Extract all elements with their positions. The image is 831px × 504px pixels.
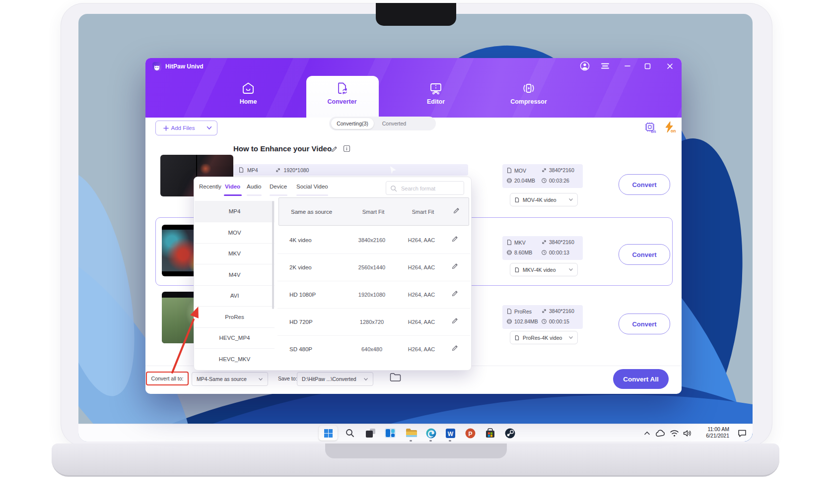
- format-item-m4v[interactable]: M4V: [195, 264, 275, 286]
- file-info-button[interactable]: [343, 145, 351, 153]
- output-preset-dropdown[interactable]: ProRes-4K video: [510, 331, 578, 344]
- hitpaw-logo-mark: [152, 62, 161, 71]
- format-item-hevc-mkv[interactable]: HEVC_MKV: [195, 349, 275, 370]
- output-preset-dropdown[interactable]: MOV-4K video: [510, 193, 578, 206]
- format-tab-video[interactable]: Video: [225, 184, 240, 189]
- tab-converted-label: Converted: [382, 121, 406, 126]
- save-to-dropdown[interactable]: D:\HitPaw ...\Converted: [297, 372, 373, 386]
- steam-button[interactable]: [504, 427, 516, 439]
- output-media-info: MOV 3840*2160 20.04MB 00:03:26: [502, 164, 583, 188]
- ms-store-button[interactable]: [484, 427, 496, 439]
- word-button[interactable]: W: [444, 427, 456, 439]
- close-icon: [667, 63, 673, 69]
- format-item-label: MOV: [228, 230, 241, 236]
- format-tab-recently[interactable]: Recently: [199, 184, 221, 189]
- powerpoint-button[interactable]: P: [464, 427, 476, 439]
- format-tab-label: Recently: [199, 184, 221, 189]
- close-button[interactable]: [664, 61, 675, 71]
- cloud-icon: [655, 430, 666, 437]
- tab-converter[interactable]: Converter: [312, 82, 372, 115]
- boost-toggle[interactable]: on: [664, 121, 678, 135]
- convert-all-to-label: Convert all to:: [151, 376, 184, 381]
- notification-center-button[interactable]: [736, 427, 748, 439]
- hitpaw-univd-window: HitPaw Univd: [145, 58, 682, 393]
- format-tab-social-video[interactable]: Social Video: [296, 184, 328, 189]
- resolution-icon: [275, 167, 281, 173]
- wifi-tray-button[interactable]: [668, 427, 680, 439]
- pencil-icon: [451, 262, 459, 270]
- option-resolution: 3840x2160: [342, 237, 402, 243]
- add-files-dropdown-button[interactable]: [201, 121, 217, 135]
- format-item-prores[interactable]: ProRes: [195, 307, 275, 328]
- edge-button[interactable]: [425, 427, 437, 439]
- convert-all-to-dropdown[interactable]: MP4-Same as source: [192, 372, 268, 386]
- file-explorer-button[interactable]: [405, 427, 417, 439]
- tray-chevron-up-button[interactable]: [642, 427, 651, 439]
- chevron-up-icon: [644, 431, 650, 436]
- option-same-as-source[interactable]: Same as source Smart Fit Smart Fit: [278, 197, 469, 226]
- convert-button[interactable]: Convert: [619, 174, 670, 195]
- tab-editor[interactable]: Editor: [406, 82, 466, 115]
- tab-converted[interactable]: Converted: [372, 117, 416, 130]
- tab-underline: [270, 194, 287, 196]
- output-duration: 00:00:13: [549, 250, 569, 255]
- start-button[interactable]: [319, 426, 338, 441]
- rename-button[interactable]: [331, 145, 339, 153]
- edit-preset-button[interactable]: [453, 207, 463, 217]
- task-view-button[interactable]: [364, 427, 376, 439]
- format-tab-audio[interactable]: Audio: [247, 184, 261, 189]
- open-folder-button[interactable]: [390, 373, 402, 384]
- format-item-avi[interactable]: AVI: [195, 285, 275, 307]
- tab-underline: [247, 194, 262, 196]
- edit-preset-button[interactable]: [451, 235, 461, 245]
- format-tab-label: Audio: [247, 184, 261, 189]
- tray-time: 11:00 AM: [692, 426, 729, 433]
- hardware-acceleration-toggle[interactable]: on: [644, 122, 658, 135]
- option-name: SD 480P: [289, 346, 312, 352]
- onedrive-tray-button[interactable]: [654, 427, 666, 439]
- option-sd-480p[interactable]: SD 480P 640x480 H264, AAC: [277, 335, 470, 363]
- volume-tray-button[interactable]: [681, 427, 693, 439]
- minimize-button[interactable]: [622, 61, 633, 71]
- convert-button[interactable]: Convert: [619, 244, 670, 265]
- format-tab-device[interactable]: Device: [270, 184, 287, 189]
- format-item-mkv[interactable]: MKV: [195, 243, 275, 264]
- widgets-button[interactable]: [384, 427, 396, 439]
- option-4k-video[interactable]: 4K video 3840x2160 H264, AAC: [277, 226, 470, 254]
- option-resolution: 1280x720: [342, 319, 402, 325]
- file-icon: [506, 308, 512, 315]
- format-item-mp4[interactable]: MP4: [195, 201, 275, 222]
- menu-button[interactable]: [600, 61, 611, 71]
- tab-home[interactable]: Home: [218, 82, 278, 115]
- convert-all-button[interactable]: Convert All: [613, 369, 669, 389]
- convert-button[interactable]: Convert: [619, 314, 670, 334]
- editor-icon: [429, 82, 442, 95]
- account-button[interactable]: [579, 61, 590, 71]
- option-hd-720p[interactable]: HD 720P 1280x720 H264, AAC: [277, 308, 470, 336]
- option-2k-video[interactable]: 2K video 2560x1440 H264, AAC: [277, 253, 470, 281]
- output-resolution: 3840*2160: [549, 308, 574, 314]
- maximize-button[interactable]: [642, 61, 653, 71]
- edit-preset-button[interactable]: [451, 290, 461, 300]
- tab-converting[interactable]: Converting(3): [331, 118, 374, 129]
- edit-preset-button[interactable]: [451, 317, 461, 327]
- tab-compressor[interactable]: Compressor: [499, 82, 558, 115]
- add-files-button[interactable]: Add Files: [155, 121, 203, 135]
- widgets-icon: [385, 428, 396, 438]
- hamburger-icon: [601, 63, 609, 69]
- output-preset-dropdown[interactable]: MKV-4K video: [510, 263, 578, 276]
- format-item-mov[interactable]: MOV: [195, 222, 275, 244]
- edit-preset-button[interactable]: [451, 262, 461, 272]
- clock-widget[interactable]: 11:00 AM 6/21/2021: [692, 426, 729, 439]
- app-header: HitPaw Univd: [145, 58, 682, 118]
- option-hd-1080p[interactable]: HD 1080P 1920x1080 H264, AAC: [277, 281, 470, 309]
- format-item-hevc-mp4[interactable]: HEVC_MP4: [195, 327, 275, 349]
- preset-value: ProRes-4K video: [523, 335, 562, 341]
- page: W P: [0, 0, 831, 504]
- hw-on-label: on: [651, 129, 656, 134]
- format-search-input[interactable]: [400, 182, 463, 195]
- tray-date: 6/21/2021: [692, 433, 729, 439]
- taskbar-search-button[interactable]: [344, 427, 356, 439]
- format-list-scrollbar[interactable]: [272, 201, 274, 309]
- edit-preset-button[interactable]: [451, 344, 461, 354]
